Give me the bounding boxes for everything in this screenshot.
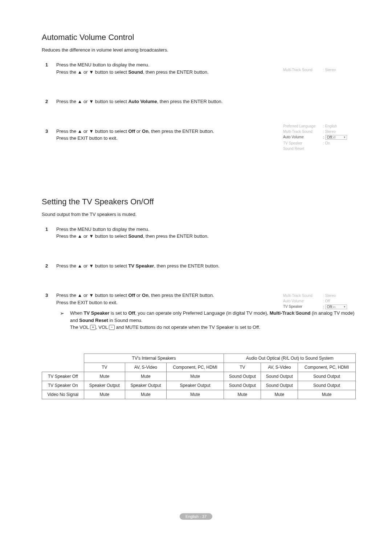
- table-subheader: TV: [84, 363, 125, 372]
- osd-snippet-3: Multi-Track Sound: Stereo Auto Volume: O…: [283, 293, 356, 315]
- vol-minus-icon: −: [109, 325, 115, 330]
- table-cell: Mute: [224, 390, 261, 399]
- table-row: TV Speaker Off Mute Mute Mute Sound Outp…: [42, 372, 356, 381]
- osd-label: Multi-Track Sound: [283, 68, 323, 72]
- osd-value: : OffOn: [323, 305, 356, 309]
- manual-page: Automatic Volume Control Reduces the dif…: [0, 0, 392, 535]
- osd-row: Auto Volume: Off: [283, 298, 356, 304]
- osd-label: TV Speaker: [283, 305, 323, 309]
- osd-value: : Stereo: [323, 130, 356, 134]
- table-subheader-row: TV AV, S-Video Component, PC, HDMI TV AV…: [42, 363, 356, 372]
- step-text: , then press the ENTER button.: [143, 233, 209, 239]
- keyword-sound-reset: Sound Reset: [79, 318, 108, 323]
- osd-value: [323, 311, 356, 315]
- keyword-off: Off: [128, 128, 135, 134]
- section2-step-1: Press the MENU button to display the men…: [45, 226, 356, 240]
- table-cell: Sound Output: [224, 372, 261, 381]
- table-row-label: TV Speaker On: [42, 381, 84, 390]
- table-cell: Mute: [84, 372, 125, 381]
- table-subheader: Component, PC, HDMI: [166, 363, 224, 372]
- table-header-internal: TV's Internal Speakers: [84, 354, 224, 363]
- osd-row: TV Speaker: On: [283, 140, 356, 146]
- osd-label: Auto Volume: [283, 299, 323, 303]
- speaker-output-table: TV's Internal Speakers Audio Out Optical…: [42, 354, 356, 399]
- table-cell: Mute: [84, 390, 125, 399]
- table-header-row: TV's Internal Speakers Audio Out Optical…: [42, 354, 356, 363]
- step-text: Press the ▲ or ▼ button to select: [56, 128, 128, 134]
- table-row-label: Video No Signal: [42, 390, 84, 399]
- step-text: Press the ▲ or ▼ button to select: [56, 233, 128, 239]
- osd-row: Multi-Track Sound: Stereo: [283, 293, 356, 298]
- step-text: Press the ▲ or ▼ button to select: [56, 99, 128, 104]
- table-cell: Sound Output: [224, 381, 261, 390]
- osd-row: Multi-Track Sound : Stereo: [283, 67, 356, 73]
- step-text: , then press the ENTER button.: [148, 293, 214, 298]
- table-subheader: AV, S-Video: [125, 363, 167, 372]
- keyword-off: Off: [128, 310, 135, 316]
- osd-value: : On: [323, 141, 356, 145]
- page-footer: English - 37: [180, 513, 212, 520]
- osd-snippet-1: Multi-Track Sound : Stereo: [283, 67, 356, 73]
- section2-step-2: Press the ▲ or ▼ button to select TV Spe…: [45, 262, 356, 270]
- section1-step-2: Press the ▲ or ▼ button to select Auto V…: [45, 98, 356, 105]
- table-cell: Speaker Output: [125, 381, 167, 390]
- osd-label: Sound Reset: [283, 147, 323, 151]
- table-cell: Mute: [298, 390, 356, 399]
- osd-row: Multi-Track Sound: Stereo: [283, 129, 356, 134]
- note-text: The VOL: [70, 324, 90, 330]
- table-subheader: TV: [224, 363, 261, 372]
- keyword-off: Off: [128, 293, 135, 298]
- osd-label: Multi-Track Sound: [283, 130, 323, 134]
- section1-intro: Reduces the difference in volume level a…: [42, 47, 356, 53]
- step-text: or: [135, 293, 142, 298]
- keyword-on: On: [142, 128, 148, 134]
- note-text: and MUTE buttons do not operate when the…: [115, 324, 260, 330]
- note-text: , you can operate only Preferred Languag…: [135, 310, 269, 316]
- osd-label: Sound Reset: [283, 311, 323, 315]
- table-cell: Mute: [166, 390, 224, 399]
- osd-label: Preferred Language: [283, 124, 323, 128]
- table-cell: Mute: [261, 390, 298, 399]
- table-cell: Sound Output: [298, 372, 356, 381]
- table-cell: Sound Output: [298, 381, 356, 390]
- section2-intro: Sound output from the TV speakers is mut…: [42, 212, 356, 217]
- step-text: Press the MENU button to display the men…: [56, 226, 150, 232]
- osd-label: Auto Volume: [283, 135, 323, 140]
- step-text: Press the ▲ or ▼ button to select: [56, 293, 128, 298]
- osd-dropdown[interactable]: OffOff: [325, 135, 347, 140]
- vol-plus-icon: +: [90, 325, 96, 330]
- table-row: TV Speaker On Speaker Output Speaker Out…: [42, 381, 356, 390]
- osd-row-active: Auto Volume : OffOff: [283, 134, 356, 140]
- table-row: Video No Signal Mute Mute Mute Mute Mute…: [42, 390, 356, 399]
- osd-value: : Stereo: [323, 294, 356, 298]
- table-blank-cell: [42, 354, 84, 372]
- note-text: When: [70, 310, 84, 316]
- osd-dropdown[interactable]: OffOn: [325, 305, 347, 309]
- table-cell: Speaker Output: [166, 381, 224, 390]
- note-text: , VOL: [96, 324, 109, 330]
- table-cell: Sound Output: [261, 372, 298, 381]
- step-text: or: [135, 128, 142, 134]
- step-text: Press the MENU button to display the men…: [56, 62, 150, 68]
- osd-value: : OffOff: [323, 135, 356, 140]
- table-cell: Mute: [125, 372, 167, 381]
- step-text: Press the EXIT button to exit.: [56, 135, 118, 141]
- osd-value: : Stereo: [323, 68, 356, 72]
- osd-value: [323, 147, 356, 151]
- keyword-sound: Sound: [128, 233, 143, 239]
- keyword-tv-speaker: TV Speaker: [84, 310, 110, 316]
- note-text: in Sound menu.: [108, 318, 143, 323]
- table-subheader: AV, S-Video: [261, 363, 298, 372]
- step-text: , then press the ENTER button.: [143, 69, 209, 75]
- table-cell: Speaker Output: [84, 381, 125, 390]
- step-text: Press the ▲ or ▼ button to select: [56, 263, 128, 269]
- table-row-label: TV Speaker Off: [42, 372, 84, 381]
- keyword-auto-volume: Auto Volume: [128, 99, 157, 104]
- table-header-audio-out: Audio Out Optical (R/L Out) to Sound Sys…: [224, 354, 356, 363]
- osd-row-active: TV Speaker : OffOn: [283, 304, 356, 310]
- osd-value: : English: [323, 124, 356, 128]
- section1-title: Automatic Volume Control: [42, 33, 356, 42]
- section2-title: Setting the TV Speakers On/Off: [42, 197, 356, 207]
- osd-row: Preferred Language: English: [283, 123, 356, 129]
- osd-label: Multi-Track Sound: [283, 294, 323, 298]
